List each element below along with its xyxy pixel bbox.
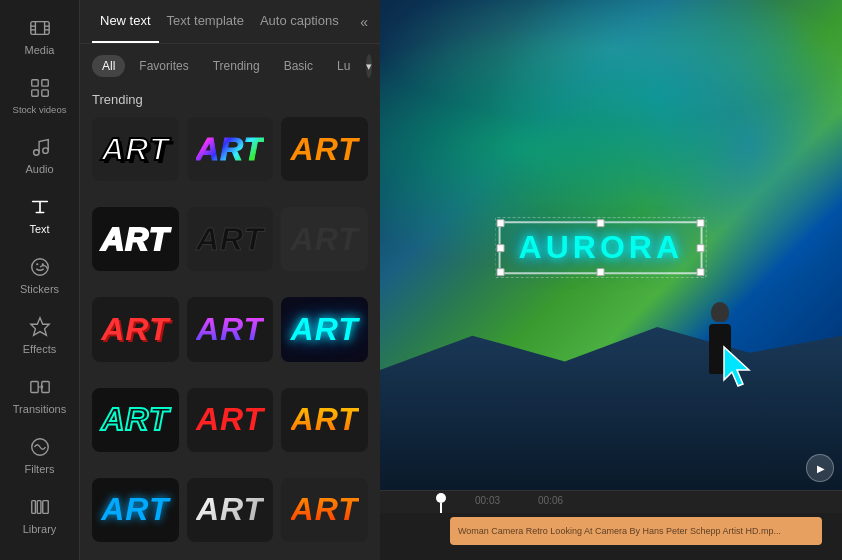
sidebar-item-label: Effects <box>23 343 56 355</box>
handle-br[interactable] <box>697 268 705 276</box>
text-style-5[interactable]: ART <box>187 207 274 271</box>
text-style-14[interactable]: ART <box>187 478 274 542</box>
sidebar-item-effects[interactable]: Effects <box>6 307 74 363</box>
handle-lc[interactable] <box>497 244 505 252</box>
text-icon <box>28 195 52 219</box>
sidebar-item-transitions[interactable]: Transitions <box>6 367 74 423</box>
sidebar-item-label: Transitions <box>13 403 66 415</box>
svg-point-15 <box>41 264 43 266</box>
figure-head <box>711 302 729 322</box>
sticker-icon <box>28 255 52 279</box>
svg-rect-10 <box>41 90 47 96</box>
handle-bl[interactable] <box>497 268 505 276</box>
filter-lu[interactable]: Lu <box>327 55 360 77</box>
sidebar-item-filters[interactable]: Filters <box>6 427 74 483</box>
tab-new-text[interactable]: New text <box>92 0 159 43</box>
sidebar-item-stock[interactable]: Stock videos <box>6 68 74 123</box>
panel-tab-bar: New text Text template Auto captions « <box>80 0 380 44</box>
aurora-text: AURORA <box>519 229 683 265</box>
svg-rect-8 <box>41 80 47 86</box>
sidebar: Media Stock videos Audio Text Stickers E… <box>0 0 80 560</box>
right-area: AURORA ▶ 00:03 00:06 Woman Camera <box>380 0 842 560</box>
text-style-6[interactable]: ART <box>281 207 368 271</box>
svg-rect-22 <box>42 501 48 514</box>
svg-rect-9 <box>31 90 37 96</box>
sidebar-item-text[interactable]: Text <box>6 187 74 243</box>
play-button[interactable]: ▶ <box>806 454 834 482</box>
text-panel: New text Text template Auto captions « A… <box>80 0 380 560</box>
playhead[interactable] <box>440 491 442 513</box>
collapse-tabs-button[interactable]: « <box>360 14 368 30</box>
text-style-10[interactable]: ART <box>92 388 179 452</box>
text-style-15[interactable]: ART <box>281 478 368 542</box>
preview-background: AURORA ▶ <box>380 0 842 490</box>
grid-icon <box>28 76 52 100</box>
text-style-11[interactable]: ART <box>187 388 274 452</box>
playhead-line <box>440 503 442 513</box>
filter-trending[interactable]: Trending <box>203 55 270 77</box>
text-style-9[interactable]: ART <box>281 297 368 361</box>
filter-all[interactable]: All <box>92 55 125 77</box>
text-style-3[interactable]: ART <box>281 117 368 181</box>
aurora-text-box[interactable]: AURORA <box>499 221 703 274</box>
text-style-2[interactable]: ART <box>187 117 274 181</box>
text-style-grid: ART ART ART ART ART ART ART ART ART ART … <box>80 117 380 560</box>
svg-rect-0 <box>30 22 48 35</box>
sidebar-item-label: Audio <box>25 163 53 175</box>
sidebar-item-label: Media <box>25 44 55 56</box>
sidebar-item-label: Library <box>23 523 57 535</box>
svg-point-11 <box>33 150 39 156</box>
sidebar-item-label: Text <box>29 223 49 235</box>
text-style-4[interactable]: ART <box>92 207 179 271</box>
timeline-tracks: Woman Camera Retro Looking At Camera By … <box>380 513 842 560</box>
tab-text-template[interactable]: Text template <box>159 0 252 43</box>
music-icon <box>28 135 52 159</box>
sidebar-item-media[interactable]: Media <box>6 8 74 64</box>
filter-bar: All Favorites Trending Basic Lu ▾ <box>80 44 380 88</box>
sidebar-item-library[interactable]: Library <box>6 487 74 543</box>
svg-marker-16 <box>30 318 48 335</box>
handle-tl[interactable] <box>497 219 505 227</box>
film-icon <box>28 16 52 40</box>
handle-tc[interactable] <box>597 219 605 227</box>
text-style-7[interactable]: ART <box>92 297 179 361</box>
sidebar-item-stickers[interactable]: Stickers <box>6 247 74 303</box>
text-style-8[interactable]: ART <box>187 297 274 361</box>
star-icon <box>28 315 52 339</box>
filter-basic[interactable]: Basic <box>274 55 323 77</box>
svg-rect-20 <box>31 501 35 514</box>
timeline-ruler[interactable]: 00:03 00:06 <box>380 491 842 513</box>
cursor-pointer <box>719 342 759 392</box>
playhead-head[interactable] <box>436 493 446 503</box>
time-00-03: 00:03 <box>475 495 500 506</box>
text-style-12[interactable]: ART <box>281 388 368 452</box>
text-style-1[interactable]: ART <box>92 117 179 181</box>
tab-auto-captions[interactable]: Auto captions <box>252 0 347 43</box>
trending-section-label: Trending <box>80 88 380 117</box>
play-icon: ▶ <box>817 463 825 474</box>
transition-icon <box>28 375 52 399</box>
sidebar-item-label: Filters <box>25 463 55 475</box>
sidebar-item-audio[interactable]: Audio <box>6 127 74 183</box>
video-track[interactable]: Woman Camera Retro Looking At Camera By … <box>450 517 822 545</box>
handle-rc[interactable] <box>697 244 705 252</box>
svg-rect-7 <box>31 80 37 86</box>
sidebar-item-label: Stock videos <box>13 104 67 115</box>
svg-point-14 <box>36 264 38 266</box>
svg-rect-17 <box>30 382 37 393</box>
aurora-text-overlay[interactable]: AURORA <box>499 221 703 274</box>
svg-rect-21 <box>37 501 41 514</box>
handle-bc[interactable] <box>597 268 605 276</box>
timeline: 00:03 00:06 Woman Camera Retro Looking A… <box>380 490 842 560</box>
filter-favorites[interactable]: Favorites <box>129 55 198 77</box>
track-label: Woman Camera Retro Looking At Camera By … <box>458 526 781 536</box>
sidebar-item-label: Stickers <box>20 283 59 295</box>
text-style-13[interactable]: ART <box>92 478 179 542</box>
filters-icon <box>28 435 52 459</box>
svg-point-12 <box>42 148 48 154</box>
time-00-06: 00:06 <box>538 495 563 506</box>
library-icon <box>28 495 52 519</box>
handle-tr[interactable] <box>697 219 705 227</box>
filter-more-button[interactable]: ▾ <box>366 54 372 78</box>
preview-area: AURORA ▶ <box>380 0 842 490</box>
